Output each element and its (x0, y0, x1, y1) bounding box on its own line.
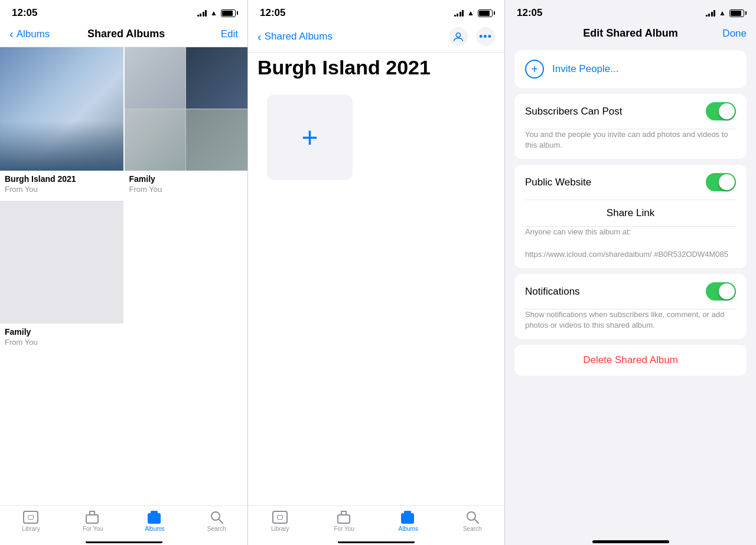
back-button-2[interactable]: ‹ Shared Albums (258, 30, 333, 44)
nav-title-1: Shared Albums (50, 28, 203, 40)
nav-icons-2: ••• (449, 27, 495, 46)
tab-library-label-2: Library (271, 526, 289, 532)
subscribers-toggle-knob (719, 103, 735, 119)
status-time-1: 12:05 (12, 7, 37, 19)
content-2: + (248, 87, 504, 505)
notifications-toggle-knob (719, 283, 735, 299)
share-link-row[interactable]: Share Link (514, 200, 747, 226)
album-burgh-from: From You (0, 185, 123, 200)
album-family-1[interactable]: Family From You (125, 47, 248, 200)
album-family-from: From You (125, 185, 248, 200)
tab-bar-2: Library For You Albums Search (248, 505, 504, 541)
home-indicator-3 (505, 541, 756, 545)
foryou-icon-1 (86, 511, 100, 524)
status-bar-1: 12:05 ▲ (0, 0, 247, 22)
library-icon-1 (23, 511, 38, 524)
public-website-toggle[interactable] (706, 173, 736, 191)
album-family2-name: Family (0, 324, 123, 338)
tab-albums-label-1: Albums (145, 526, 164, 532)
album-page-title: Burgh Island 2021 (248, 53, 504, 87)
tab-search-2[interactable]: Search (456, 511, 488, 532)
edit-button-1[interactable]: Edit (203, 28, 238, 40)
subscribers-toggle[interactable] (706, 102, 736, 120)
delete-card: Delete Shared Album (514, 345, 747, 376)
subscribers-card: Subscribers Can Post You and the people … (514, 94, 747, 159)
foryou-icon-2 (337, 511, 351, 524)
add-photo-button[interactable]: + (267, 94, 353, 180)
invite-text: Invite People... (552, 63, 618, 75)
content-1: Burgh Island 2021 From You Family From Y… (0, 47, 247, 505)
status-time-3: 12:05 (517, 7, 542, 19)
back-button-1[interactable]: ‹ Albums (9, 27, 50, 41)
wifi-icon-1: ▲ (210, 9, 217, 17)
albums-icon-1 (148, 511, 162, 524)
battery-icon-2 (478, 9, 493, 17)
phone-1: 12:05 ▲ ‹ Albums Shared Albums Edit (0, 0, 248, 545)
subscribers-label: Subscribers Can Post (525, 106, 622, 118)
wifi-icon-2: ▲ (467, 9, 474, 17)
share-link-text: Share Link (607, 207, 654, 218)
battery-icon-3 (729, 9, 744, 17)
subscribers-toggle-row: Subscribers Can Post (514, 94, 747, 129)
home-indicator-1 (0, 541, 247, 545)
phone-2: 12:05 ▲ ‹ Shared Albums (248, 0, 505, 545)
status-icons-1: ▲ (197, 9, 236, 17)
search-icon-1 (210, 511, 223, 524)
notifications-card: Notifications Show notifications when su… (514, 274, 747, 339)
battery-icon-1 (221, 9, 236, 17)
notifications-description: Show notifications when subscribers like… (514, 309, 747, 339)
nav-title-3: Edit Shared Album (550, 27, 711, 40)
tab-search-1[interactable]: Search (200, 511, 233, 532)
share-link-url[interactable]: https://www.icloud.com/sharedalbum/ #B0R… (514, 246, 747, 269)
svg-point-2 (456, 33, 460, 37)
notifications-toggle[interactable] (706, 282, 736, 301)
library-icon-2 (272, 511, 288, 524)
status-time-2: 12:05 (260, 7, 285, 19)
back-label-2: Shared Albums (265, 31, 333, 43)
tab-albums-1[interactable]: Albums (138, 511, 171, 532)
albums-icon-2 (401, 511, 415, 524)
tab-foryou-1[interactable]: For You (77, 511, 109, 532)
done-button-3[interactable]: Done (711, 28, 747, 40)
delete-text: Delete Shared Album (583, 354, 678, 365)
tab-foryou-2[interactable]: For You (328, 511, 360, 532)
invite-card: + Invite People... (514, 50, 747, 88)
album-family2-thumb (0, 201, 123, 324)
albums-grid: Burgh Island 2021 From You Family From Y… (0, 47, 247, 353)
tab-library-label-1: Library (22, 526, 40, 532)
tab-search-label-1: Search (207, 526, 226, 532)
svg-line-1 (219, 519, 223, 523)
delete-button[interactable]: Delete Shared Album (514, 345, 747, 376)
nav-bar-1: ‹ Albums Shared Albums Edit (0, 22, 247, 47)
album-family-2[interactable]: Family From You (0, 201, 123, 353)
album-burgh-thumb (0, 47, 123, 171)
invite-row[interactable]: + Invite People... (514, 50, 747, 88)
notifications-toggle-row: Notifications (514, 274, 747, 309)
signal-icon-2 (454, 9, 464, 17)
more-icon-2[interactable]: ••• (476, 27, 495, 46)
person-icon-2[interactable] (449, 27, 468, 46)
invite-plus-icon: + (525, 60, 544, 79)
back-arrow-icon-2: ‹ (258, 30, 262, 44)
search-icon-2 (466, 511, 479, 524)
back-label-1: Albums (17, 28, 50, 40)
tab-search-label-2: Search (463, 526, 482, 532)
public-website-toggle-knob (719, 174, 735, 190)
subscribers-description: You and the people you invite can add ph… (514, 129, 747, 159)
public-website-card: Public Website Share Link Anyone can vie… (514, 165, 747, 268)
tab-albums-label-2: Albums (399, 526, 418, 532)
tab-library-2[interactable]: Library (264, 511, 296, 532)
album-family2-from: From You (0, 338, 123, 353)
notifications-label: Notifications (525, 286, 580, 298)
public-website-label: Public Website (525, 177, 591, 188)
tab-foryou-label-1: For You (83, 526, 103, 532)
share-link-description: Anyone can view this album at: (514, 227, 747, 246)
album-burgh[interactable]: Burgh Island 2021 From You (0, 47, 123, 200)
tab-library-1[interactable]: Library (15, 511, 47, 532)
status-icons-3: ▲ (706, 9, 744, 17)
tab-albums-2[interactable]: Albums (392, 511, 425, 532)
phone-3: 12:05 ▲ Edit Shared Album Done + Invite … (505, 0, 756, 545)
album-family-name: Family (125, 171, 248, 185)
wifi-icon-3: ▲ (719, 9, 726, 17)
signal-icon-3 (706, 9, 716, 17)
